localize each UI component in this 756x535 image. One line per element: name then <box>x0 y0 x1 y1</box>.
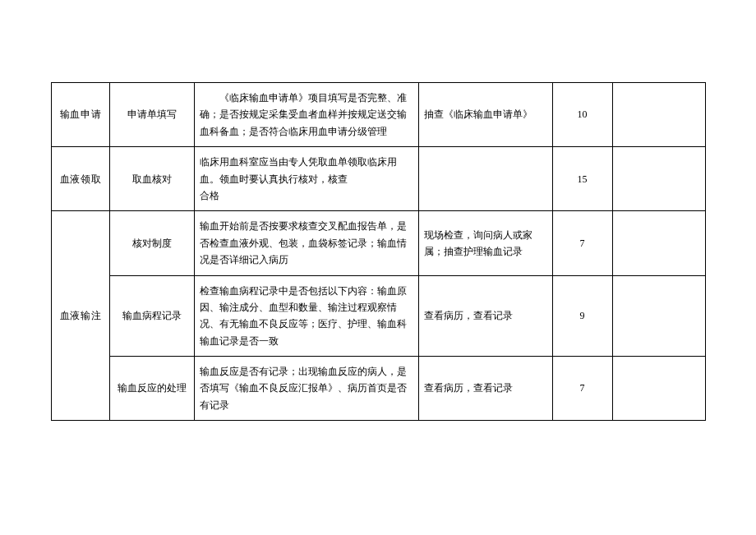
blank-cell <box>612 275 705 357</box>
score-cell: 10 <box>552 83 612 147</box>
blank-cell <box>612 357 705 421</box>
category-cell: 血液领取 <box>51 147 109 211</box>
table-row: 输血反应的处理 输血反应是否有记录；出现输血反应的病人，是否填写《输血不良反应汇… <box>51 357 705 421</box>
item-cell: 取血核对 <box>109 147 194 211</box>
item-cell: 输血病程记录 <box>109 275 194 357</box>
table-row: 输血申请 申请单填写 《临床输血申请单》项目填写是否完整、准确；是否按规定采集受… <box>51 83 705 147</box>
score-cell: 7 <box>552 211 612 275</box>
item-cell: 核对制度 <box>109 211 194 275</box>
table-row: 输血病程记录 检查输血病程记录中是否包括以下内容：输血原因、输注成分、血型和数量… <box>51 275 705 357</box>
method-cell <box>418 147 552 211</box>
method-cell: 现场检查，询问病人或家属；抽查护理输血记录 <box>418 211 552 275</box>
content-cell: 输血反应是否有记录；出现输血反应的病人，是否填写《输血不良反应汇报单》、病历首页… <box>194 357 418 421</box>
item-cell: 输血反应的处理 <box>109 357 194 421</box>
score-cell: 15 <box>552 147 612 211</box>
content-cell: 检查输血病程记录中是否包括以下内容：输血原因、输注成分、血型和数量、输注过程观察… <box>194 275 418 357</box>
category-cell: 输血申请 <box>51 83 109 147</box>
blank-cell <box>612 211 705 275</box>
score-cell: 7 <box>552 357 612 421</box>
table-row: 血液输注 核对制度 输血开始前是否按要求核查交叉配血报告单，是否检查血液外观、包… <box>51 211 705 275</box>
table-row: 血液领取 取血核对 临床用血科室应当由专人凭取血单领取临床用血。领血时要认真执行… <box>51 147 705 211</box>
score-cell: 9 <box>552 275 612 357</box>
method-cell: 查看病历，查看记录 <box>418 357 552 421</box>
content-cell: 《临床输血申请单》项目填写是否完整、准确；是否按规定采集受血者血样并按规定送交输… <box>194 83 418 147</box>
content-cell: 输血开始前是否按要求核查交叉配血报告单，是否检查血液外观、包装，血袋标签记录；输… <box>194 211 418 275</box>
method-cell: 抽查《临床输血申请单》 <box>418 83 552 147</box>
method-cell: 查看病历，查看记录 <box>418 275 552 357</box>
blank-cell <box>612 83 705 147</box>
evaluation-table: 输血申请 申请单填写 《临床输血申请单》项目填写是否完整、准确；是否按规定采集受… <box>51 82 706 421</box>
category-cell: 血液输注 <box>51 211 109 421</box>
blank-cell <box>612 147 705 211</box>
content-cell: 临床用血科室应当由专人凭取血单领取临床用血。领血时要认真执行核对，核查 合格 <box>194 147 418 211</box>
item-cell: 申请单填写 <box>109 83 194 147</box>
